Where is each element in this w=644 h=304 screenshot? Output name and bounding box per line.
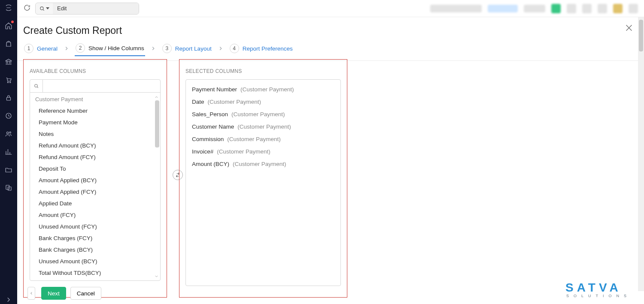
available-column-item[interactable]: Reference Number xyxy=(30,105,160,117)
step-show-hide-columns[interactable]: 2 Show / Hide Columns xyxy=(75,41,145,56)
selected-column-source: (Customer Payment) xyxy=(233,161,286,167)
available-columns-box: Customer Payment Reference NumberPayment… xyxy=(30,79,161,281)
selected-column-item[interactable]: Date(Customer Payment) xyxy=(186,96,340,108)
scrollbar-thumb[interactable] xyxy=(155,100,159,147)
selected-columns-box: Payment Number(Customer Payment)Date(Cus… xyxy=(185,79,341,286)
selected-column-item[interactable]: Invoice#(Customer Payment) xyxy=(186,145,340,158)
available-column-item[interactable]: Amount (FCY) xyxy=(30,209,160,221)
svg-point-9 xyxy=(35,84,38,87)
watermark: SATVA SOLUTIONS xyxy=(565,281,631,298)
clock-icon[interactable] xyxy=(4,111,13,120)
left-sidebar xyxy=(0,0,17,304)
selected-column-source: (Customer Payment) xyxy=(240,86,294,93)
step-general[interactable]: 1 General xyxy=(23,41,58,56)
expand-sidebar-icon[interactable] xyxy=(4,295,13,304)
page-scrollbar-thumb[interactable] xyxy=(639,20,643,51)
selected-column-item[interactable]: Payment Number(Customer Payment) xyxy=(186,83,340,96)
scroll-down-icon[interactable] xyxy=(154,274,159,279)
lock-icon[interactable] xyxy=(4,93,13,102)
top-bar xyxy=(17,0,644,17)
available-column-item[interactable]: Bank Charges (FCY) xyxy=(30,232,160,244)
step-label: General xyxy=(37,45,58,52)
svg-rect-6 xyxy=(6,185,9,190)
available-column-item[interactable]: Bank Charges (BCY) xyxy=(30,244,160,256)
available-column-item[interactable]: Refund Amount (BCY) xyxy=(30,140,160,151)
sidebar-item-home[interactable] xyxy=(4,21,13,30)
search-input[interactable] xyxy=(53,3,139,14)
selected-column-item[interactable]: Amount (BCY)(Customer Payment) xyxy=(186,158,340,170)
svg-rect-2 xyxy=(7,97,11,100)
blurred-item xyxy=(430,5,482,12)
logo-icon[interactable] xyxy=(4,3,13,12)
watermark-tag: SOLUTIONS xyxy=(565,294,631,298)
selected-column-source: (Customer Payment) xyxy=(217,148,270,155)
back-button[interactable] xyxy=(27,287,35,300)
selected-column-item[interactable]: Sales_Person(Customer Payment) xyxy=(186,108,340,120)
selected-column-item[interactable]: Commission(Customer Payment) xyxy=(186,133,340,145)
chevron-right-icon xyxy=(64,45,70,51)
svg-point-4 xyxy=(7,132,9,134)
blurred-item xyxy=(567,4,576,13)
scroll-up-icon[interactable] xyxy=(154,94,159,99)
cancel-button[interactable]: Cancel xyxy=(70,287,101,300)
cart-icon[interactable] xyxy=(4,75,13,84)
page-body: Create Custom Report 1 General 2 Show / … xyxy=(17,17,644,304)
blurred-item xyxy=(551,4,561,13)
page-scrollbar-track[interactable] xyxy=(638,17,644,291)
selected-columns-title: SELECTED COLUMNS xyxy=(185,68,341,74)
available-column-item[interactable]: Total Without TDS(BCY) xyxy=(30,267,160,279)
selected-column-source: (Customer Payment) xyxy=(231,111,285,117)
available-column-item[interactable]: Payment Mode xyxy=(30,117,160,128)
wizard-footer: Next Cancel xyxy=(27,287,101,300)
step-report-preferences[interactable]: 4 Report Preferences xyxy=(229,41,294,56)
available-column-item[interactable]: Notes xyxy=(30,128,160,140)
step-report-layout[interactable]: 3 Report Layout xyxy=(161,41,213,56)
step-label: Report Layout xyxy=(175,45,212,52)
selected-column-name: Amount (BCY) xyxy=(192,161,229,167)
blurred-item xyxy=(613,4,623,13)
refresh-button[interactable] xyxy=(23,4,31,13)
step-number: 2 xyxy=(76,43,85,53)
blurred-item xyxy=(598,4,607,13)
blurred-item xyxy=(629,4,638,13)
step-number: 1 xyxy=(24,44,33,53)
selected-column-name: Payment Number xyxy=(192,86,237,93)
page-title: Create Custom Report xyxy=(17,17,644,41)
close-button[interactable] xyxy=(624,23,634,33)
available-column-item[interactable]: Deposit To xyxy=(30,163,160,175)
available-column-item[interactable]: Unused Amount (BCY) xyxy=(30,256,160,267)
available-column-item[interactable]: Applied Date xyxy=(30,198,160,209)
step-label: Report Preferences xyxy=(243,45,293,52)
folder-icon[interactable] xyxy=(4,166,13,174)
top-right-actions xyxy=(430,4,638,13)
bank-icon[interactable] xyxy=(4,57,13,66)
svg-point-5 xyxy=(9,132,11,133)
svg-rect-7 xyxy=(8,187,12,190)
columns-editor: AVAILABLE COLUMNS Customer xyxy=(23,59,644,304)
selected-column-item[interactable]: Customer Name(Customer Payment) xyxy=(186,120,340,133)
notification-badge xyxy=(11,21,14,23)
next-button[interactable]: Next xyxy=(41,287,66,300)
chart-icon[interactable] xyxy=(4,147,13,156)
selected-column-name: Sales_Person xyxy=(192,111,228,117)
chevron-right-icon xyxy=(150,45,156,51)
selected-column-name: Commission xyxy=(192,136,224,142)
available-search-input[interactable] xyxy=(43,83,160,89)
available-group-header: Customer Payment xyxy=(30,93,160,105)
available-columns-frame: AVAILABLE COLUMNS Customer xyxy=(23,59,167,298)
selected-column-source: (Customer Payment) xyxy=(237,123,291,130)
docshare-icon[interactable] xyxy=(4,184,13,192)
available-columns-list: Customer Payment Reference NumberPayment… xyxy=(30,93,160,280)
available-column-item[interactable]: Amount Applied (FCY) xyxy=(30,186,160,198)
caret-down-icon xyxy=(46,7,49,9)
watermark-brand: SATVA xyxy=(565,281,631,295)
available-column-item[interactable]: Amount Applied (BCY) xyxy=(30,175,160,186)
svg-point-8 xyxy=(40,6,43,9)
available-column-item[interactable]: Refund Amount (FCY) xyxy=(30,151,160,163)
blurred-item xyxy=(582,4,592,13)
bag-icon[interactable] xyxy=(4,39,13,48)
people-icon[interactable] xyxy=(4,129,13,138)
available-column-item[interactable]: Unused Amount (FCY) xyxy=(30,221,160,232)
selected-column-source: (Customer Payment) xyxy=(208,99,261,105)
search-scope-dropdown[interactable] xyxy=(36,3,53,14)
